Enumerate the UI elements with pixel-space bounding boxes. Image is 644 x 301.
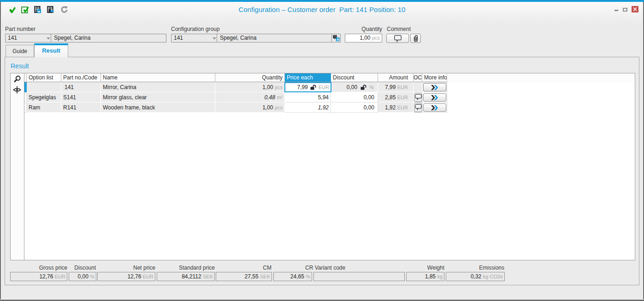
svg-text:A: A (337, 37, 339, 42)
svg-text:?: ? (334, 35, 336, 38)
